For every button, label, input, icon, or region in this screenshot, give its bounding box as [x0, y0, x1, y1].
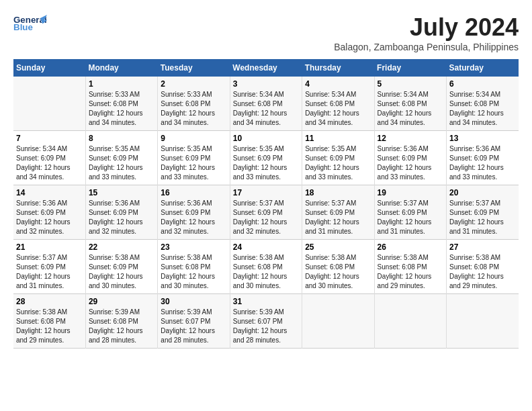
cell-info: Sunrise: 5:33 AM Sunset: 6:08 PM Dayligh…	[161, 90, 226, 128]
calendar-cell: 3Sunrise: 5:34 AM Sunset: 6:08 PM Daylig…	[230, 77, 302, 131]
calendar-cell: 24Sunrise: 5:38 AM Sunset: 6:08 PM Dayli…	[230, 240, 302, 294]
logo-icon: General Blue	[13, 13, 47, 34]
calendar-cell: 14Sunrise: 5:36 AM Sunset: 6:09 PM Dayli…	[13, 185, 85, 240]
calendar-cell: 27Sunrise: 5:38 AM Sunset: 6:08 PM Dayli…	[447, 240, 519, 294]
calendar-cell: 16Sunrise: 5:36 AM Sunset: 6:09 PM Dayli…	[158, 185, 230, 240]
calendar-cell: 6Sunrise: 5:34 AM Sunset: 6:08 PM Daylig…	[447, 77, 519, 131]
cell-info: Sunrise: 5:34 AM Sunset: 6:08 PM Dayligh…	[305, 90, 371, 128]
cell-info: Sunrise: 5:38 AM Sunset: 6:08 PM Dayligh…	[161, 253, 226, 291]
cell-info: Sunrise: 5:36 AM Sunset: 6:09 PM Dayligh…	[89, 199, 154, 236]
calendar-week-row: 14Sunrise: 5:36 AM Sunset: 6:09 PM Dayli…	[13, 185, 519, 240]
day-number: 19	[378, 188, 443, 197]
calendar-cell: 25Sunrise: 5:38 AM Sunset: 6:08 PM Dayli…	[302, 240, 374, 294]
day-number: 9	[161, 134, 226, 143]
calendar-cell: 7Sunrise: 5:34 AM Sunset: 6:09 PM Daylig…	[13, 131, 85, 185]
calendar-cell: 11Sunrise: 5:35 AM Sunset: 6:09 PM Dayli…	[302, 131, 374, 185]
day-number: 15	[89, 188, 154, 197]
day-number: 4	[305, 79, 371, 89]
calendar-day-header: Thursday	[302, 59, 374, 77]
logo: General Blue	[13, 13, 47, 34]
cell-info: Sunrise: 5:33 AM Sunset: 6:08 PM Dayligh…	[89, 90, 154, 128]
day-number: 25	[305, 242, 371, 252]
calendar-cell: 20Sunrise: 5:37 AM Sunset: 6:09 PM Dayli…	[447, 185, 519, 240]
calendar-day-header: Sunday	[13, 59, 85, 77]
title-block: July 2024 Balagon, Zamboanga Peninsula, …	[334, 13, 519, 52]
page-header: General Blue July 2024 Balagon, Zamboang…	[13, 13, 519, 52]
cell-info: Sunrise: 5:38 AM Sunset: 6:08 PM Dayligh…	[378, 253, 443, 291]
calendar-cell: 15Sunrise: 5:36 AM Sunset: 6:09 PM Dayli…	[85, 185, 157, 240]
cell-info: Sunrise: 5:34 AM Sunset: 6:08 PM Dayligh…	[449, 90, 516, 128]
calendar-cell: 1Sunrise: 5:33 AM Sunset: 6:08 PM Daylig…	[85, 77, 157, 131]
cell-info: Sunrise: 5:38 AM Sunset: 6:09 PM Dayligh…	[89, 253, 154, 291]
calendar-day-header: Friday	[374, 59, 446, 77]
day-number: 8	[89, 134, 154, 143]
calendar-day-header: Tuesday	[158, 59, 230, 77]
calendar-body: 1Sunrise: 5:33 AM Sunset: 6:08 PM Daylig…	[13, 77, 519, 349]
day-number: 27	[449, 242, 516, 252]
calendar-cell: 4Sunrise: 5:34 AM Sunset: 6:08 PM Daylig…	[302, 77, 374, 131]
month-year: July 2024	[334, 13, 519, 42]
cell-info: Sunrise: 5:38 AM Sunset: 6:08 PM Dayligh…	[305, 253, 371, 291]
cell-info: Sunrise: 5:35 AM Sunset: 6:09 PM Dayligh…	[305, 144, 371, 182]
day-number: 3	[233, 79, 299, 89]
day-number: 28	[16, 297, 83, 306]
calendar-day-header: Monday	[85, 59, 157, 77]
cell-info: Sunrise: 5:37 AM Sunset: 6:09 PM Dayligh…	[233, 199, 299, 236]
cell-info: Sunrise: 5:36 AM Sunset: 6:09 PM Dayligh…	[449, 144, 516, 182]
day-number: 2	[161, 79, 226, 89]
day-number: 31	[233, 297, 299, 306]
calendar-cell: 8Sunrise: 5:35 AM Sunset: 6:09 PM Daylig…	[85, 131, 157, 185]
calendar-cell	[447, 294, 519, 349]
cell-info: Sunrise: 5:39 AM Sunset: 6:08 PM Dayligh…	[89, 308, 154, 345]
cell-info: Sunrise: 5:34 AM Sunset: 6:08 PM Dayligh…	[378, 90, 443, 128]
day-number: 6	[449, 79, 516, 89]
calendar-cell: 22Sunrise: 5:38 AM Sunset: 6:09 PM Dayli…	[85, 240, 157, 294]
cell-info: Sunrise: 5:37 AM Sunset: 6:09 PM Dayligh…	[449, 199, 516, 236]
day-number: 12	[378, 134, 443, 143]
calendar-cell: 10Sunrise: 5:35 AM Sunset: 6:09 PM Dayli…	[230, 131, 302, 185]
cell-info: Sunrise: 5:39 AM Sunset: 6:07 PM Dayligh…	[233, 308, 299, 345]
cell-info: Sunrise: 5:37 AM Sunset: 6:09 PM Dayligh…	[16, 253, 83, 291]
cell-info: Sunrise: 5:35 AM Sunset: 6:09 PM Dayligh…	[233, 144, 299, 182]
calendar-week-row: 1Sunrise: 5:33 AM Sunset: 6:08 PM Daylig…	[13, 77, 519, 131]
cell-info: Sunrise: 5:35 AM Sunset: 6:09 PM Dayligh…	[89, 144, 154, 182]
svg-text:Blue: Blue	[13, 22, 33, 32]
day-number: 7	[16, 134, 83, 143]
cell-info: Sunrise: 5:34 AM Sunset: 6:09 PM Dayligh…	[16, 144, 83, 182]
calendar-day-header: Saturday	[447, 59, 519, 77]
calendar-cell: 9Sunrise: 5:35 AM Sunset: 6:09 PM Daylig…	[158, 131, 230, 185]
calendar-day-header: Wednesday	[230, 59, 302, 77]
calendar-cell: 5Sunrise: 5:34 AM Sunset: 6:08 PM Daylig…	[374, 77, 446, 131]
calendar-cell: 21Sunrise: 5:37 AM Sunset: 6:09 PM Dayli…	[13, 240, 85, 294]
calendar-cell	[374, 294, 446, 349]
cell-info: Sunrise: 5:37 AM Sunset: 6:09 PM Dayligh…	[378, 199, 443, 236]
calendar-cell: 31Sunrise: 5:39 AM Sunset: 6:07 PM Dayli…	[230, 294, 302, 349]
day-number: 22	[89, 242, 154, 252]
day-number: 11	[305, 134, 371, 143]
calendar-header-row: SundayMondayTuesdayWednesdayThursdayFrid…	[13, 59, 519, 77]
calendar-week-row: 28Sunrise: 5:38 AM Sunset: 6:08 PM Dayli…	[13, 294, 519, 349]
cell-info: Sunrise: 5:36 AM Sunset: 6:09 PM Dayligh…	[378, 144, 443, 182]
cell-info: Sunrise: 5:36 AM Sunset: 6:09 PM Dayligh…	[161, 199, 226, 236]
calendar-cell: 30Sunrise: 5:39 AM Sunset: 6:07 PM Dayli…	[158, 294, 230, 349]
day-number: 21	[16, 242, 83, 252]
day-number: 30	[161, 297, 226, 306]
calendar-week-row: 21Sunrise: 5:37 AM Sunset: 6:09 PM Dayli…	[13, 240, 519, 294]
day-number: 18	[305, 188, 371, 197]
day-number: 17	[233, 188, 299, 197]
calendar-cell: 2Sunrise: 5:33 AM Sunset: 6:08 PM Daylig…	[158, 77, 230, 131]
location: Balagon, Zamboanga Peninsula, Philippine…	[334, 42, 519, 52]
day-number: 26	[378, 242, 443, 252]
cell-info: Sunrise: 5:38 AM Sunset: 6:08 PM Dayligh…	[233, 253, 299, 291]
calendar-cell: 13Sunrise: 5:36 AM Sunset: 6:09 PM Dayli…	[447, 131, 519, 185]
day-number: 16	[161, 188, 226, 197]
calendar-cell: 29Sunrise: 5:39 AM Sunset: 6:08 PM Dayli…	[85, 294, 157, 349]
cell-info: Sunrise: 5:37 AM Sunset: 6:09 PM Dayligh…	[305, 199, 371, 236]
calendar-cell: 26Sunrise: 5:38 AM Sunset: 6:08 PM Dayli…	[374, 240, 446, 294]
day-number: 24	[233, 242, 299, 252]
day-number: 13	[449, 134, 516, 143]
cell-info: Sunrise: 5:38 AM Sunset: 6:08 PM Dayligh…	[16, 308, 83, 345]
cell-info: Sunrise: 5:36 AM Sunset: 6:09 PM Dayligh…	[16, 199, 83, 236]
calendar-table: SundayMondayTuesdayWednesdayThursdayFrid…	[13, 59, 519, 349]
calendar-cell: 28Sunrise: 5:38 AM Sunset: 6:08 PM Dayli…	[13, 294, 85, 349]
